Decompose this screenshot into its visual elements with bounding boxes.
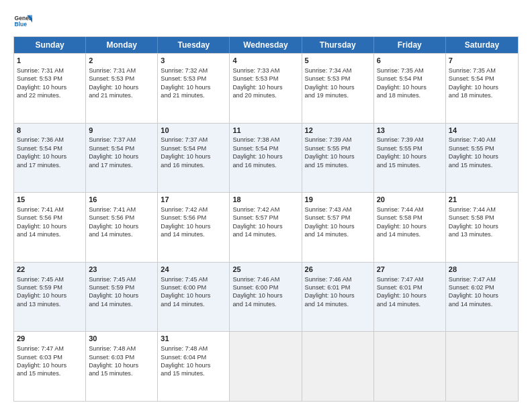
calendar-cell: 7Sunrise: 7:35 AMSunset: 5:54 PMDaylight… <box>446 54 518 123</box>
day-number: 7 <box>449 56 515 66</box>
day-info: Sunrise: 7:44 AMSunset: 5:58 PMDaylight:… <box>449 206 498 238</box>
day-number: 21 <box>449 195 515 205</box>
day-number: 24 <box>161 265 226 275</box>
calendar-cell: 1Sunrise: 7:31 AMSunset: 5:53 PMDaylight… <box>14 54 86 123</box>
day-info: Sunrise: 7:34 AMSunset: 5:53 PMDaylight:… <box>305 67 355 99</box>
calendar-cell: 16Sunrise: 7:41 AMSunset: 5:56 PMDayligh… <box>86 193 158 262</box>
day-info: Sunrise: 7:44 AMSunset: 5:58 PMDaylight:… <box>377 206 427 238</box>
calendar-cell: 10Sunrise: 7:37 AMSunset: 5:54 PMDayligh… <box>158 124 230 193</box>
day-number: 3 <box>161 56 226 66</box>
header-cell-wednesday: Wednesday <box>230 37 302 53</box>
day-info: Sunrise: 7:31 AMSunset: 5:53 PMDaylight:… <box>89 67 138 99</box>
day-info: Sunrise: 7:37 AMSunset: 5:54 PMDaylight:… <box>161 136 210 168</box>
day-info: Sunrise: 7:48 AMSunset: 6:03 PMDaylight:… <box>89 345 138 377</box>
calendar-row: 29Sunrise: 7:47 AMSunset: 6:03 PMDayligh… <box>14 331 518 401</box>
calendar-row: 22Sunrise: 7:45 AMSunset: 5:59 PMDayligh… <box>14 262 518 332</box>
header-cell-friday: Friday <box>374 37 446 53</box>
day-number: 13 <box>377 126 443 136</box>
calendar-cell: 3Sunrise: 7:32 AMSunset: 5:53 PMDaylight… <box>158 54 230 123</box>
day-number: 28 <box>449 265 515 275</box>
day-info: Sunrise: 7:47 AMSunset: 6:03 PMDaylight:… <box>17 345 66 377</box>
calendar-cell: 19Sunrise: 7:43 AMSunset: 5:57 PMDayligh… <box>302 193 374 262</box>
day-number: 26 <box>305 265 371 275</box>
day-info: Sunrise: 7:31 AMSunset: 5:53 PMDaylight:… <box>17 67 66 99</box>
day-info: Sunrise: 7:37 AMSunset: 5:54 PMDaylight:… <box>89 136 138 168</box>
day-info: Sunrise: 7:32 AMSunset: 5:53 PMDaylight:… <box>161 67 210 99</box>
calendar-cell: 25Sunrise: 7:46 AMSunset: 6:00 PMDayligh… <box>230 263 302 332</box>
day-number: 5 <box>305 56 371 66</box>
day-number: 1 <box>17 56 83 66</box>
day-number: 23 <box>89 265 154 275</box>
day-number: 27 <box>377 265 443 275</box>
calendar-grid: SundayMondayTuesdayWednesdayThursdayFrid… <box>13 36 519 402</box>
calendar-row: 8Sunrise: 7:36 AMSunset: 5:54 PMDaylight… <box>14 123 518 193</box>
calendar-cell: 14Sunrise: 7:40 AMSunset: 5:55 PMDayligh… <box>446 124 518 193</box>
day-info: Sunrise: 7:45 AMSunset: 6:00 PMDaylight:… <box>161 276 210 308</box>
calendar-cell: 9Sunrise: 7:37 AMSunset: 5:54 PMDaylight… <box>86 124 158 193</box>
header-cell-monday: Monday <box>86 37 158 53</box>
calendar-cell: 11Sunrise: 7:38 AMSunset: 5:54 PMDayligh… <box>230 124 302 193</box>
calendar-cell: 21Sunrise: 7:44 AMSunset: 5:58 PMDayligh… <box>446 193 518 262</box>
day-number: 17 <box>161 195 226 205</box>
day-number: 8 <box>17 126 83 136</box>
day-number: 14 <box>449 126 515 136</box>
day-number: 30 <box>89 334 154 344</box>
day-info: Sunrise: 7:42 AMSunset: 5:56 PMDaylight:… <box>161 206 210 238</box>
calendar-cell: 2Sunrise: 7:31 AMSunset: 5:53 PMDaylight… <box>86 54 158 123</box>
day-info: Sunrise: 7:35 AMSunset: 5:54 PMDaylight:… <box>377 67 427 99</box>
day-number: 9 <box>89 126 154 136</box>
calendar-cell: 13Sunrise: 7:39 AMSunset: 5:55 PMDayligh… <box>374 124 446 193</box>
header-cell-sunday: Sunday <box>14 37 86 53</box>
calendar-cell: 17Sunrise: 7:42 AMSunset: 5:56 PMDayligh… <box>158 193 230 262</box>
calendar-cell: 20Sunrise: 7:44 AMSunset: 5:58 PMDayligh… <box>374 193 446 262</box>
header-cell-tuesday: Tuesday <box>158 37 230 53</box>
calendar-cell: 28Sunrise: 7:47 AMSunset: 6:02 PMDayligh… <box>446 263 518 332</box>
calendar-cell: 4Sunrise: 7:33 AMSunset: 5:53 PMDaylight… <box>230 54 302 123</box>
day-number: 15 <box>17 195 83 205</box>
calendar-cell <box>230 332 302 401</box>
day-info: Sunrise: 7:43 AMSunset: 5:57 PMDaylight:… <box>305 206 355 238</box>
day-number: 29 <box>17 334 83 344</box>
calendar-cell: 12Sunrise: 7:39 AMSunset: 5:55 PMDayligh… <box>302 124 374 193</box>
logo-icon: General Blue <box>13 12 32 31</box>
logo: General Blue <box>13 12 32 31</box>
calendar-cell: 18Sunrise: 7:42 AMSunset: 5:57 PMDayligh… <box>230 193 302 262</box>
day-number: 25 <box>232 265 298 275</box>
page-header: General Blue <box>13 12 519 31</box>
day-number: 20 <box>377 195 443 205</box>
calendar-cell: 22Sunrise: 7:45 AMSunset: 5:59 PMDayligh… <box>14 263 86 332</box>
day-number: 12 <box>305 126 371 136</box>
day-info: Sunrise: 7:38 AMSunset: 5:54 PMDaylight:… <box>232 136 282 168</box>
day-info: Sunrise: 7:42 AMSunset: 5:57 PMDaylight:… <box>232 206 282 238</box>
calendar-cell: 15Sunrise: 7:41 AMSunset: 5:56 PMDayligh… <box>14 193 86 262</box>
day-number: 18 <box>232 195 298 205</box>
day-info: Sunrise: 7:35 AMSunset: 5:54 PMDaylight:… <box>449 67 498 99</box>
calendar-cell <box>446 332 518 401</box>
calendar-header: SundayMondayTuesdayWednesdayThursdayFrid… <box>14 37 518 53</box>
day-info: Sunrise: 7:47 AMSunset: 6:02 PMDaylight:… <box>449 276 498 308</box>
header-cell-thursday: Thursday <box>302 37 374 53</box>
calendar-cell <box>302 332 374 401</box>
day-info: Sunrise: 7:40 AMSunset: 5:55 PMDaylight:… <box>449 136 498 168</box>
day-info: Sunrise: 7:33 AMSunset: 5:53 PMDaylight:… <box>232 67 282 99</box>
day-number: 16 <box>89 195 154 205</box>
day-number: 22 <box>17 265 83 275</box>
calendar-cell: 26Sunrise: 7:46 AMSunset: 6:01 PMDayligh… <box>302 263 374 332</box>
day-number: 11 <box>232 126 298 136</box>
day-number: 31 <box>161 334 226 344</box>
day-info: Sunrise: 7:36 AMSunset: 5:54 PMDaylight:… <box>17 136 66 168</box>
day-number: 2 <box>89 56 154 66</box>
day-info: Sunrise: 7:46 AMSunset: 6:00 PMDaylight:… <box>232 276 282 308</box>
calendar-cell: 5Sunrise: 7:34 AMSunset: 5:53 PMDaylight… <box>302 54 374 123</box>
day-number: 4 <box>232 56 298 66</box>
day-info: Sunrise: 7:45 AMSunset: 5:59 PMDaylight:… <box>89 276 138 308</box>
day-number: 6 <box>377 56 443 66</box>
header-cell-saturday: Saturday <box>446 37 518 53</box>
day-info: Sunrise: 7:41 AMSunset: 5:56 PMDaylight:… <box>89 206 138 238</box>
calendar-body: 1Sunrise: 7:31 AMSunset: 5:53 PMDaylight… <box>14 53 518 401</box>
calendar-page: General Blue SundayMondayTuesdayWednesda… <box>0 0 532 411</box>
svg-text:Blue: Blue <box>15 21 28 28</box>
calendar-cell: 30Sunrise: 7:48 AMSunset: 6:03 PMDayligh… <box>86 332 158 401</box>
calendar-row: 1Sunrise: 7:31 AMSunset: 5:53 PMDaylight… <box>14 53 518 123</box>
day-number: 10 <box>161 126 226 136</box>
